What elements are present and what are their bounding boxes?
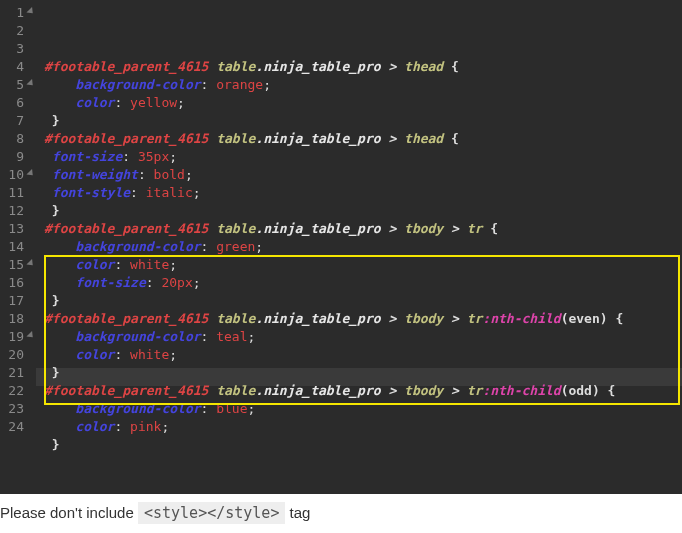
- line-number: 10: [0, 166, 36, 184]
- line-number: 20: [0, 346, 36, 364]
- line-number: 12: [0, 202, 36, 220]
- code-line[interactable]: background-color: orange;: [44, 76, 682, 94]
- code-line[interactable]: }: [44, 364, 682, 382]
- line-number: 21: [0, 364, 36, 382]
- line-number: 14: [0, 238, 36, 256]
- code-line[interactable]: }: [44, 436, 682, 454]
- line-number: 8: [0, 130, 36, 148]
- code-line[interactable]: [44, 454, 682, 472]
- code-line[interactable]: background-color: blue;: [44, 400, 682, 418]
- code-line[interactable]: }: [44, 292, 682, 310]
- code-area[interactable]: #footable_parent_4615 table.ninja_table_…: [36, 4, 682, 490]
- line-number: 11: [0, 184, 36, 202]
- code-line[interactable]: font-size: 20px;: [44, 274, 682, 292]
- code-line[interactable]: }: [44, 112, 682, 130]
- code-line[interactable]: #footable_parent_4615 table.ninja_table_…: [44, 130, 682, 148]
- code-line[interactable]: font-weight: bold;: [44, 166, 682, 184]
- code-line[interactable]: color: yellow;: [44, 94, 682, 112]
- line-number: 23: [0, 400, 36, 418]
- hint-suffix: tag: [290, 504, 311, 521]
- hint-text: Please don't include <style></style> tag: [0, 494, 682, 532]
- code-line[interactable]: #footable_parent_4615 table.ninja_table_…: [44, 310, 682, 328]
- code-line[interactable]: #footable_parent_4615 table.ninja_table_…: [44, 382, 682, 400]
- code-line[interactable]: #footable_parent_4615 table.ninja_table_…: [44, 58, 682, 76]
- line-number: 16: [0, 274, 36, 292]
- code-line[interactable]: [44, 472, 682, 490]
- line-number: 22: [0, 382, 36, 400]
- hint-prefix: Please don't include: [0, 504, 138, 521]
- line-number: 3: [0, 40, 36, 58]
- code-line[interactable]: background-color: teal;: [44, 328, 682, 346]
- line-number: 6: [0, 94, 36, 112]
- line-number: 15: [0, 256, 36, 274]
- line-number: 13: [0, 220, 36, 238]
- code-line[interactable]: font-size: 35px;: [44, 148, 682, 166]
- line-gutter: 123456789101112131415161718192021222324: [0, 4, 36, 490]
- code-line[interactable]: background-color: green;: [44, 238, 682, 256]
- code-line[interactable]: color: white;: [44, 346, 682, 364]
- code-line[interactable]: color: white;: [44, 256, 682, 274]
- code-line[interactable]: font-style: italic;: [44, 184, 682, 202]
- line-number: 1: [0, 4, 36, 22]
- code-editor[interactable]: 123456789101112131415161718192021222324 …: [0, 0, 682, 494]
- code-line[interactable]: }: [44, 202, 682, 220]
- hint-tag: <style></style>: [138, 502, 285, 524]
- line-number: 2: [0, 22, 36, 40]
- line-number: 4: [0, 58, 36, 76]
- line-number: 7: [0, 112, 36, 130]
- code-line[interactable]: color: pink;: [44, 418, 682, 436]
- line-number: 19: [0, 328, 36, 346]
- line-number: 17: [0, 292, 36, 310]
- code-line[interactable]: #footable_parent_4615 table.ninja_table_…: [44, 220, 682, 238]
- line-number: 5: [0, 76, 36, 94]
- line-number: 9: [0, 148, 36, 166]
- line-number: 18: [0, 310, 36, 328]
- line-number: 24: [0, 418, 36, 436]
